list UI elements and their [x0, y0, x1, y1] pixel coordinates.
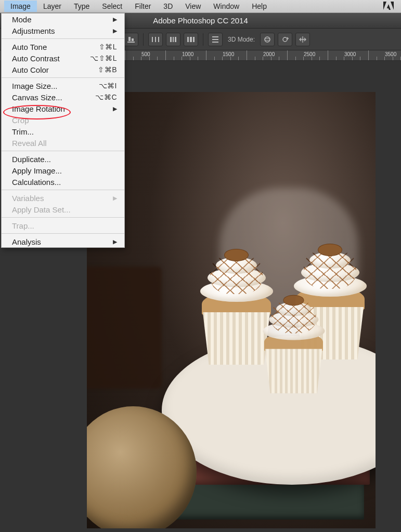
svg-rect-23: [158, 37, 159, 42]
menu-item-label: Variables: [12, 194, 44, 203]
image-menu-dropdown: Mode▶Adjustments▶Auto Tone⇧⌘LAuto Contra…: [1, 13, 125, 248]
3d-mode-label: 3D Mode:: [228, 36, 255, 43]
menu-item-label: Image Size...: [12, 82, 58, 90]
menubar: Image Layer Type Select Filter 3D View W…: [0, 0, 401, 13]
distribute-h2-button[interactable]: [166, 33, 180, 46]
menu-item-trim[interactable]: Trim...: [2, 126, 124, 137]
svg-rect-28: [190, 37, 192, 42]
menu-item-label: Auto Color: [12, 65, 49, 74]
menu-image[interactable]: Image: [4, 1, 37, 12]
menu-item-reveal-all: Reveal All: [2, 137, 124, 149]
ruler-tick: 2000: [263, 51, 275, 57]
submenu-arrow-icon: ▶: [113, 105, 117, 112]
svg-rect-24: [170, 37, 172, 42]
menu-item-apply-image[interactable]: Apply Image...: [2, 165, 124, 176]
menu-separator: [2, 217, 124, 218]
ruler-tick: 1500: [223, 51, 234, 57]
menu-separator: [2, 233, 124, 234]
menu-item-label: Apply Image...: [12, 166, 62, 175]
menu-item-label: Duplicate...: [12, 155, 51, 164]
document-canvas[interactable]: [87, 92, 376, 528]
submenu-arrow-icon: ▶: [113, 195, 117, 202]
menu-item-auto-contrast[interactable]: Auto Contrast⌥⇧⌘L: [2, 52, 124, 64]
menu-item-duplicate[interactable]: Duplicate...: [2, 153, 124, 165]
menu-item-auto-tone[interactable]: Auto Tone⇧⌘L: [2, 41, 124, 52]
align-bottom-button[interactable]: [124, 33, 138, 46]
svg-rect-29: [193, 37, 195, 42]
menu-item-analysis[interactable]: Analysis▶: [2, 236, 124, 247]
menu-item-shortcut: ⌥⌘I: [99, 82, 117, 90]
menu-item-label: Image Rotation: [12, 104, 65, 113]
menu-item-apply-data-set: Apply Data Set...: [2, 204, 124, 215]
svg-rect-21: [152, 37, 153, 42]
menu-item-label: Trap...: [12, 221, 34, 230]
svg-point-34: [265, 38, 270, 41]
menu-item-canvas-size[interactable]: Canvas Size...⌥⌘C: [2, 91, 124, 103]
menu-item-image-size[interactable]: Image Size...⌥⌘I: [2, 80, 124, 91]
adobe-logo-icon: [383, 2, 397, 11]
menu-window[interactable]: Window: [207, 1, 245, 12]
menu-filter[interactable]: Filter: [128, 1, 157, 12]
menu-item-image-rotation[interactable]: Image Rotation▶: [2, 103, 124, 114]
ruler-tick: 3000: [344, 51, 356, 57]
menu-item-label: Adjustments: [12, 26, 55, 35]
menu-item-shortcut: ⌥⇧⌘L: [90, 54, 117, 62]
svg-rect-30: [212, 36, 218, 37]
menu-item-adjustments[interactable]: Adjustments▶: [2, 25, 124, 36]
menu-item-label: Calculations...: [12, 178, 61, 187]
svg-rect-27: [187, 37, 189, 42]
menu-item-shortcut: ⌥⌘C: [95, 93, 117, 101]
svg-rect-22: [155, 37, 156, 42]
svg-rect-31: [212, 39, 218, 40]
menu-item-label: Reveal All: [12, 139, 47, 148]
3d-rotate-button[interactable]: [278, 33, 292, 46]
distribute-h1-button[interactable]: [148, 33, 163, 46]
ruler-tick: 2500: [304, 51, 315, 57]
menu-item-shortcut: ⇧⌘L: [99, 43, 117, 51]
menu-3d[interactable]: 3D: [157, 1, 179, 12]
svg-point-33: [265, 37, 270, 42]
menu-item-label: Analysis: [12, 237, 41, 246]
menu-layer[interactable]: Layer: [37, 1, 68, 12]
menu-item-trap: Trap...: [2, 220, 124, 231]
menu-select[interactable]: Select: [96, 1, 128, 12]
menu-separator: [2, 151, 124, 151]
distribute-v-button[interactable]: [208, 33, 223, 46]
submenu-arrow-icon: ▶: [113, 28, 117, 34]
menu-item-label: Canvas Size...: [12, 93, 62, 102]
menu-item-label: Crop: [12, 116, 29, 125]
menu-item-mode[interactable]: Mode▶: [2, 14, 124, 25]
menu-separator: [2, 38, 124, 39]
svg-rect-32: [212, 42, 218, 43]
svg-rect-25: [173, 37, 174, 42]
svg-rect-19: [128, 37, 131, 41]
menu-item-variables: Variables▶: [2, 192, 124, 204]
svg-point-35: [283, 37, 287, 42]
menu-item-label: Auto Contrast: [12, 54, 60, 63]
menu-item-label: Trim...: [12, 127, 34, 136]
svg-rect-26: [175, 37, 176, 42]
svg-rect-18: [127, 42, 135, 43]
menu-view[interactable]: View: [179, 1, 207, 12]
3d-pan-button[interactable]: [295, 33, 310, 46]
svg-rect-20: [132, 38, 134, 41]
menu-item-label: Mode: [12, 15, 32, 24]
menu-type[interactable]: Type: [68, 1, 96, 12]
ruler-tick: 3500: [385, 51, 396, 57]
distribute-h3-button[interactable]: [184, 33, 198, 46]
menu-help[interactable]: Help: [245, 1, 273, 12]
window-title: Adobe Photoshop CC 2014: [153, 16, 248, 25]
menu-item-crop: Crop: [2, 114, 124, 126]
menu-item-label: Auto Tone: [12, 43, 47, 51]
menu-item-auto-color[interactable]: Auto Color⇧⌘B: [2, 64, 124, 75]
menu-item-shortcut: ⇧⌘B: [98, 65, 117, 74]
menu-item-label: Apply Data Set...: [12, 205, 71, 214]
menu-separator: [2, 190, 124, 190]
menu-item-calculations[interactable]: Calculations...: [2, 176, 124, 188]
submenu-arrow-icon: ▶: [113, 238, 117, 245]
submenu-arrow-icon: ▶: [113, 16, 117, 23]
menu-separator: [2, 77, 124, 78]
3d-orbit-button[interactable]: [260, 33, 275, 46]
ruler-tick: 1000: [182, 51, 193, 57]
